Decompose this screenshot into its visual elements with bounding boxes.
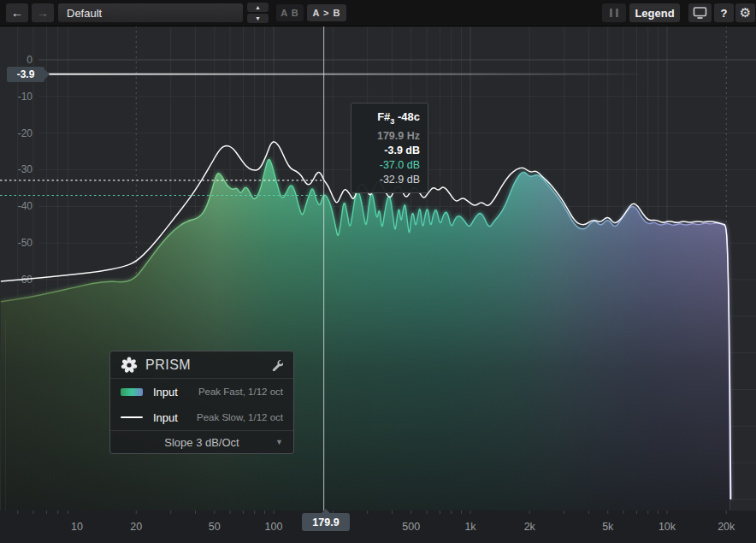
preset-value: Default	[67, 7, 102, 20]
level-line[interactable]	[44, 74, 650, 75]
peak-slow-swatch	[121, 416, 143, 419]
x-tick-label: 20	[130, 521, 142, 533]
legend-toggle-button[interactable]: Legend	[629, 3, 680, 22]
preset-dropdown[interactable]: Default	[58, 3, 243, 22]
tooltip-note: F#3 -48c	[357, 109, 420, 129]
peak-fast-mode: Peak Fast, 1/12 oct	[198, 387, 283, 397]
prism-analyzer-window: 0-10-20-30-40-50-60-70-80-90-100-110-120…	[0, 0, 756, 543]
slope-dropdown[interactable]: Slope 3 dB/Oct ▼	[110, 430, 293, 453]
legend-panel: PRISM Input Peak Fast, 1/12 oct Input Pe…	[109, 351, 294, 454]
legend-panel-header: PRISM	[110, 351, 293, 379]
tooltip-frequency: 179.9 Hz	[357, 129, 420, 144]
toolbar: ← → Default ▲ ▼ A B A > B Legend ? ⚙	[0, 0, 756, 27]
x-tick-label: 10	[71, 521, 83, 533]
tooltip-level-fast: -37.0 dB	[357, 158, 420, 173]
help-button[interactable]: ?	[714, 3, 734, 22]
prism-logo-icon	[121, 357, 138, 374]
x-tick-label: 2k	[524, 521, 536, 533]
dropdown-caret-icon: ▼	[275, 438, 283, 446]
back-arrow-icon: ←	[11, 6, 23, 20]
tooltip-level-slow: -32.9 dB	[357, 173, 420, 187]
gear-icon: ⚙	[740, 5, 751, 21]
x-tick-label: 50	[209, 521, 221, 533]
spectrum-plot[interactable]: 0-10-20-30-40-50-60-70-80-90-100-110-120…	[0, 0, 756, 543]
back-arrow-button[interactable]: ←	[6, 3, 28, 22]
display-settings-button[interactable]	[688, 3, 712, 22]
plugin-title: PRISM	[145, 357, 191, 373]
forward-arrow-button[interactable]: →	[32, 3, 54, 22]
x-tick-label: 100	[265, 521, 283, 533]
settings-button[interactable]: ⚙	[735, 3, 755, 22]
preset-step-down-button[interactable]: ▼	[247, 14, 269, 23]
y-tick-label: -40	[18, 200, 33, 212]
y-tick-label: -50	[18, 237, 33, 249]
y-tick-label: -20	[18, 127, 33, 139]
tooltip-level-main: -3.9 dB	[357, 144, 420, 158]
slope-value: Slope 3 dB/Oct	[164, 436, 239, 449]
legend-settings-button[interactable]	[271, 359, 283, 371]
monitor-icon	[693, 6, 707, 20]
preset-stepper: ▲ ▼	[247, 3, 269, 23]
peak-fast-name: Input	[153, 386, 178, 398]
wrench-icon	[271, 359, 283, 371]
y-tick-label: -10	[18, 91, 33, 103]
x-tick-label: 10k	[659, 521, 676, 533]
up-triangle-icon: ▲	[255, 4, 261, 10]
legend-row-peak-fast[interactable]: Input Peak Fast, 1/12 oct	[110, 379, 293, 404]
x-tick-label: 500	[402, 521, 420, 533]
x-tick-label: 20k	[718, 521, 735, 533]
y-tick-label: 0	[27, 54, 32, 66]
peak-slow-mode: Peak Slow, 1/12 oct	[197, 412, 283, 422]
y-tick-label: -30	[18, 163, 33, 175]
forward-arrow-icon: →	[37, 6, 49, 20]
pause-button[interactable]	[602, 3, 626, 22]
peak-fast-swatch	[121, 388, 143, 396]
down-triangle-icon: ▼	[255, 15, 261, 21]
x-tick-label: 5k	[602, 521, 614, 533]
a-to-b-copy-button[interactable]: A > B	[307, 4, 346, 21]
peak-slow-name: Input	[153, 411, 178, 424]
pause-icon-bar2	[616, 9, 618, 17]
pause-icon	[610, 9, 612, 17]
preset-step-up-button[interactable]: ▲	[247, 3, 269, 12]
cursor-frequency-badge: 179.9	[302, 513, 350, 531]
x-tick-label: 1k	[464, 521, 476, 533]
legend-row-peak-slow[interactable]: Input Peak Slow, 1/12 oct	[110, 404, 293, 430]
ab-compare-button[interactable]: A B	[276, 4, 304, 21]
level-line-badge[interactable]: -3.9	[7, 67, 44, 82]
cursor-tooltip: F#3 -48c 179.9 Hz -3.9 dB -37.0 dB -32.9…	[351, 103, 428, 193]
frequency-axis-strip	[0, 511, 756, 543]
